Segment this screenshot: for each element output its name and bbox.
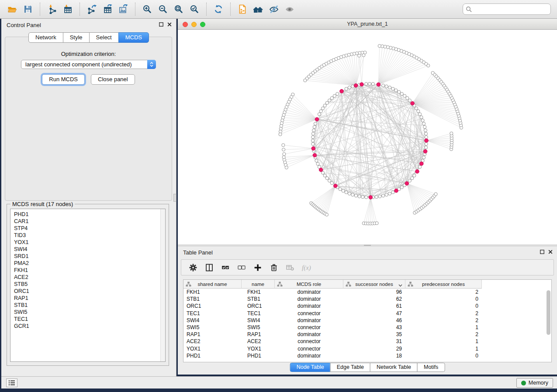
network-node[interactable] [354,194,357,197]
network-node[interactable] [422,156,426,159]
save-session-button[interactable] [20,2,36,17]
network-node[interactable] [382,84,385,87]
network-node[interactable] [323,104,326,107]
network-node[interactable] [351,85,354,88]
table-cell[interactable]: STB1 [183,296,242,303]
network-node[interactable] [282,144,285,147]
deselect-all-button[interactable] [236,262,247,273]
settings-button[interactable] [187,262,199,273]
network-node[interactable] [371,83,374,86]
table-row[interactable]: FKH1FKH1dominator962 [183,289,551,296]
network-node[interactable] [348,86,351,89]
network-node[interactable] [285,166,288,169]
mcds-network-node[interactable] [340,89,344,93]
network-node[interactable] [282,148,285,151]
tab-network-table[interactable]: Network Table [370,363,418,372]
network-node[interactable] [391,191,394,194]
mcds-result-item[interactable]: ORC1 [14,288,165,295]
mcds-network-node[interactable] [405,182,409,186]
network-node[interactable] [319,110,322,113]
table-cell[interactable]: 2 [405,317,482,324]
network-node[interactable] [403,94,406,97]
mcds-result-item[interactable]: GCR1 [14,323,165,330]
network-node[interactable] [351,193,354,196]
network-node[interactable] [424,129,427,132]
network-node[interactable] [419,165,422,168]
network-node[interactable] [400,186,403,189]
home-view-button[interactable] [250,2,266,17]
network-node[interactable] [425,142,428,145]
table-cell[interactable]: RAP1 [183,331,242,338]
close-table-panel-icon[interactable] [548,250,553,254]
tab-network[interactable]: Network [28,32,63,43]
network-graph[interactable] [178,30,557,244]
network-node[interactable] [378,45,381,48]
mcds-result-item[interactable]: PMA2 [14,260,165,267]
zoom-out-button[interactable] [155,2,171,17]
mcds-network-node[interactable] [369,196,373,199]
network-node[interactable] [361,196,364,199]
mcds-network-node[interactable] [315,117,319,121]
network-node[interactable] [398,90,401,93]
network-node[interactable] [304,79,307,82]
network-node[interactable] [323,174,326,177]
table-cell[interactable]: connector [275,345,343,352]
mcds-network-node[interactable] [411,101,415,105]
network-node[interactable] [365,83,368,86]
table-row[interactable]: YOX1YOX1connector291 [183,345,551,352]
table-cell[interactable]: YOX1 [242,345,275,352]
mcds-network-node[interactable] [420,162,424,166]
network-node[interactable] [312,129,315,132]
column-header-name[interactable]: name [242,280,275,289]
dropdown-stepper[interactable] [147,60,156,69]
table-cell[interactable]: dominator [275,331,343,338]
mcds-network-node[interactable] [423,150,427,154]
table-cell[interactable]: dominator [275,303,343,309]
network-view[interactable] [178,30,557,244]
table-row[interactable]: ACE2ACE2connector311 [183,338,551,345]
network-node[interactable] [406,96,409,100]
network-titlebar[interactable]: YPA_prune.txt_1 [178,19,557,30]
network-node[interactable] [325,177,329,180]
network-node[interactable] [394,89,398,92]
table-cell[interactable]: 2 [405,310,482,317]
network-node[interactable] [425,136,428,139]
network-node[interactable] [345,191,348,194]
export-table-button[interactable] [100,2,115,17]
table-cell[interactable]: 43 [343,324,405,331]
network-node[interactable] [358,54,361,57]
table-cell[interactable]: SWI4 [242,317,275,324]
mcds-network-node[interactable] [425,139,429,143]
mcds-result-item[interactable]: ACE2 [14,274,165,281]
import-network-button[interactable] [44,2,60,17]
table-cell[interactable]: SWI5 [183,324,242,331]
table-cell[interactable]: 31 [343,338,405,345]
mcds-result-item[interactable]: SRD1 [14,253,165,260]
hide-graphics-details-button[interactable] [266,2,282,17]
table-cell[interactable]: dominator [275,289,343,296]
table-row[interactable]: SWI5SWI5connector431 [183,324,551,331]
network-node[interactable] [422,122,426,125]
mcds-result-item[interactable]: PHD1 [14,211,165,218]
network-node[interactable] [425,132,428,135]
tab-node-table[interactable]: Node Table [290,363,331,372]
table-cell[interactable]: SWI5 [242,324,275,331]
table-cell[interactable]: 1 [405,345,482,352]
tab-mcds[interactable]: MCDS [118,32,149,43]
table-cell[interactable]: RAP1 [242,331,275,338]
network-node[interactable] [330,96,333,100]
network-node[interactable] [388,192,391,195]
network-node[interactable] [325,213,328,216]
table-cell[interactable]: PHD1 [242,352,275,359]
network-node[interactable] [425,146,428,149]
network-node[interactable] [420,116,423,119]
vertical-splitter-handle[interactable] [173,194,176,202]
network-node[interactable] [411,177,414,180]
table-cell[interactable]: ACE2 [183,338,242,345]
table-cell[interactable]: ACE2 [242,338,275,345]
network-node[interactable] [421,119,424,122]
mcds-network-node[interactable] [415,170,419,174]
table-cell[interactable]: 61 [343,303,405,309]
mcds-network-node[interactable] [334,184,338,188]
float-table-panel-icon[interactable] [540,250,544,254]
